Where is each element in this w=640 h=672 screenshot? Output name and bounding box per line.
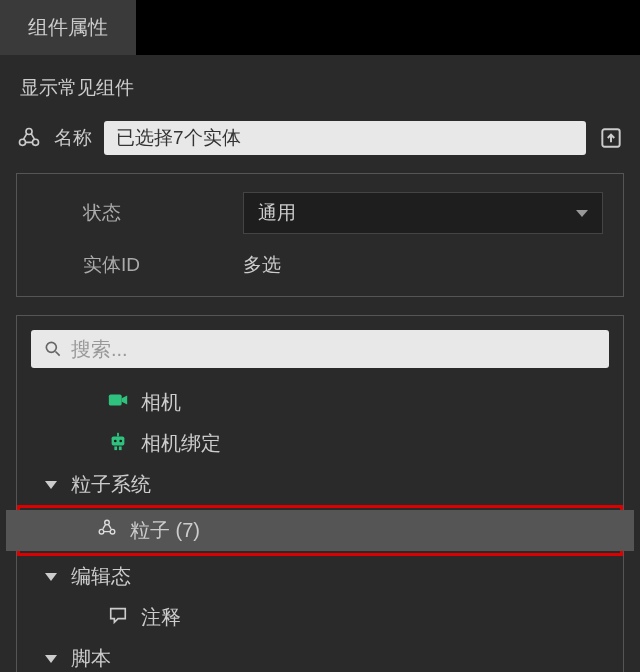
tab-properties[interactable]: 组件属性 (0, 0, 136, 55)
tree-label: 注释 (141, 604, 181, 631)
name-input[interactable] (104, 121, 586, 155)
tab-header: 组件属性 (0, 0, 640, 55)
tree-label: 粒子系统 (71, 471, 151, 498)
search-input[interactable] (71, 338, 597, 361)
highlight-box: 粒子 (7) (17, 505, 623, 556)
svg-point-14 (110, 529, 115, 534)
svg-rect-10 (119, 446, 122, 450)
entity-id-row: 实体ID 多选 (37, 252, 603, 278)
properties-box: 状态 通用 实体ID 多选 (16, 173, 624, 297)
show-common-label: 显示常见组件 (20, 75, 624, 101)
comment-icon (107, 605, 129, 630)
tree-label: 编辑态 (71, 563, 131, 590)
search-icon (43, 339, 63, 359)
name-label: 名称 (54, 125, 92, 151)
name-row: 名称 (16, 121, 624, 155)
state-label: 状态 (83, 200, 243, 226)
camera-icon (107, 391, 129, 414)
search-wrap (31, 330, 609, 368)
svg-rect-5 (109, 395, 122, 406)
panel-body: 显示常见组件 名称 状态 通用 (0, 55, 640, 672)
particle-icon (96, 517, 118, 544)
svg-point-2 (32, 139, 38, 145)
state-row: 状态 通用 (37, 192, 603, 234)
tree-label: 相机绑定 (141, 430, 221, 457)
tree-item-particle[interactable]: 粒子 (7) (6, 510, 634, 551)
svg-point-4 (46, 342, 56, 352)
component-tree: 相机 相机绑定 粒子系统 (31, 382, 609, 672)
tree-item-camera[interactable]: 相机 (31, 382, 609, 423)
svg-point-12 (105, 520, 110, 525)
tree-category-particle-system[interactable]: 粒子系统 (31, 464, 609, 505)
properties-panel: 组件属性 显示常见组件 名称 状态 (0, 0, 640, 672)
tree-category-edit-state[interactable]: 编辑态 (31, 556, 609, 597)
upload-icon[interactable] (598, 125, 624, 151)
chevron-down-icon (45, 573, 57, 581)
svg-rect-11 (117, 433, 119, 437)
svg-rect-9 (114, 446, 117, 450)
tree-item-comment[interactable]: 注释 (31, 597, 609, 638)
svg-point-0 (26, 128, 32, 134)
svg-point-13 (99, 529, 104, 534)
chevron-down-icon (45, 481, 57, 489)
svg-point-7 (114, 440, 117, 443)
svg-rect-6 (112, 436, 125, 445)
entity-id-label: 实体ID (83, 252, 243, 278)
tree-category-script[interactable]: 脚本 (31, 638, 609, 672)
chevron-down-icon (576, 210, 588, 217)
chevron-down-icon (45, 655, 57, 663)
tree-label: 脚本 (71, 645, 111, 672)
svg-point-1 (19, 139, 25, 145)
entity-id-value: 多选 (243, 252, 281, 278)
state-value: 通用 (258, 200, 296, 226)
component-tree-box: 相机 相机绑定 粒子系统 (16, 315, 624, 672)
tree-label: 粒子 (7) (130, 517, 200, 544)
tree-item-camera-bind[interactable]: 相机绑定 (31, 423, 609, 464)
camera-bind-icon (107, 431, 129, 456)
entity-icon (16, 125, 42, 151)
tree-label: 相机 (141, 389, 181, 416)
state-dropdown[interactable]: 通用 (243, 192, 603, 234)
svg-point-8 (119, 440, 122, 443)
